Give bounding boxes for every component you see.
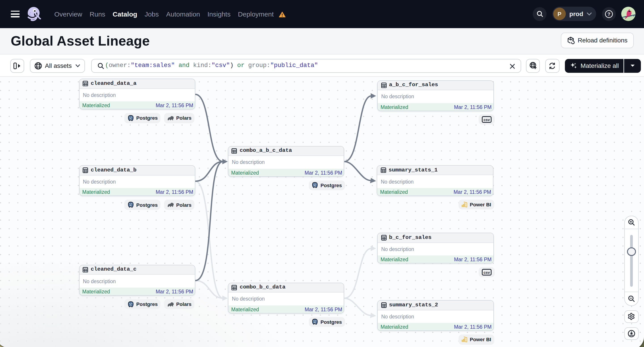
svg-text:csv: csv — [483, 270, 490, 275]
svg-text:csv: csv — [483, 118, 490, 122]
svg-text:?: ? — [607, 11, 610, 17]
